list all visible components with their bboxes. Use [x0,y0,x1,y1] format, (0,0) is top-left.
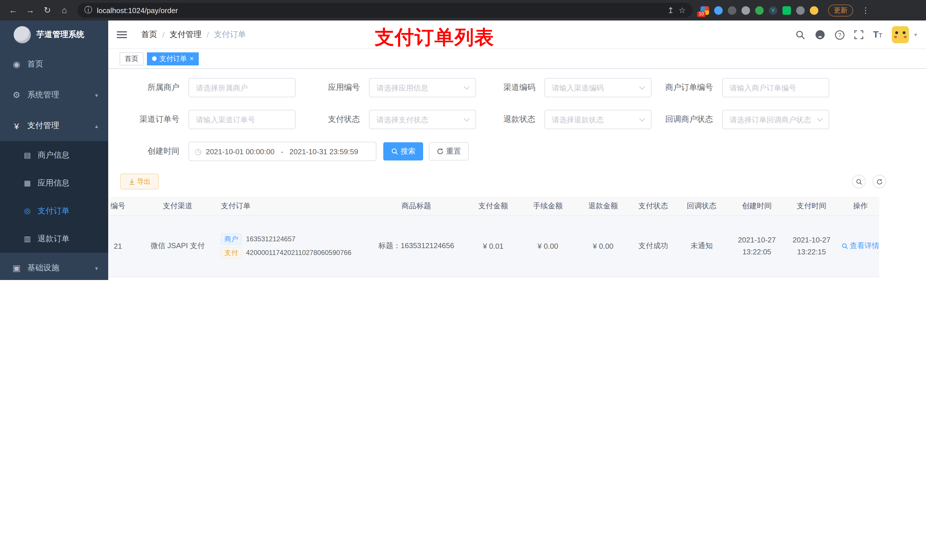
forward-icon[interactable]: → [23,3,38,18]
extension-dark-icon[interactable] [728,6,736,15]
browser-update-button[interactable]: 更新 [828,4,853,16]
filter-field: 渠道编码 [473,78,652,97]
sidebar: 芋道管理系统 ◉ 首页 ⚙ 系统管理 ▾ ¥ 支付管理 ▴ ▤ 商户信息 ▦ 应… [0,21,108,280]
home-icon[interactable]: ⌂ [57,3,72,18]
filter-input[interactable] [722,110,829,129]
avatar-caret-icon[interactable]: ▾ [914,32,917,38]
breadcrumb: 首页 / 支付管理 / 支付订单 [141,21,246,49]
cell-amount: ¥ 0.01 [461,276,525,280]
font-size-icon[interactable]: TT [873,30,882,40]
infrastructure-icon: ▣ [11,263,22,273]
cell-paid-time: 2021-10-27 13:19:15 [781,276,842,280]
breadcrumb-payment[interactable]: 支付管理 [170,30,201,40]
filter-label: 所属商户 [117,83,179,93]
user-avatar[interactable] [892,26,909,43]
profile-avatar-icon[interactable] [810,6,819,15]
order-table: 编号支付渠道支付订单商品标题支付金额手续金额退款金额支付状态回调状态创建时间支付… [108,197,926,280]
table-header-row: 编号支付渠道支付订单商品标题支付金额手续金额退款金额支付状态回调状态创建时间支付… [108,197,879,215]
filter-input[interactable] [369,110,476,129]
navbar-actions: ? TT ▾ [796,21,926,49]
tags-view-bar: 首页 支付订单 × [108,49,926,69]
cell-created-time: 2021-10-27 13:22:05 [732,215,781,276]
browser-menu-icon[interactable]: ⋮ [862,6,870,15]
cell-paid-time: 2021-10-27 13:22:15 [781,215,842,276]
filter-label: 渠道编码 [473,83,535,93]
tag-home[interactable]: 首页 [120,52,144,65]
filter-input[interactable] [545,110,652,129]
search-icon[interactable] [796,30,805,39]
reload-icon[interactable]: ↻ [40,3,54,18]
breadcrumb-home[interactable]: 首页 [141,30,157,40]
sidebar-item-infrastructure[interactable]: ▣ 基础设施 ▾ [0,253,108,280]
extension-badge: 10 [697,11,706,17]
wechat-devtools-icon[interactable] [782,6,791,15]
puzzle-icon[interactable] [796,6,805,15]
svg-text:?: ? [838,32,841,38]
sidebar-item-payment[interactable]: ¥ 支付管理 ▴ [0,110,108,141]
view-detail-link[interactable]: 查看详情 [842,241,879,251]
site-info-icon[interactable]: ⓘ [84,5,92,15]
close-icon[interactable]: × [190,55,194,62]
github-icon[interactable] [815,30,825,40]
payment-submenu: ▤ 商户信息 ▦ 应用信息 ◎ 支付订单 ▥ 退款订单 [0,141,108,253]
date-separator: - [278,147,286,155]
extension-grid-icon[interactable]: 10 [701,6,709,15]
sidebar-item-refund-order[interactable]: ▥ 退款订单 [0,225,108,253]
sidebar-item-home[interactable]: ◉ 首页 [0,49,108,80]
table-header-cell: 操作 [842,197,879,215]
bookmark-star-icon[interactable]: ☆ [679,6,686,15]
cell-id: 20 [108,276,144,280]
help-icon[interactable]: ? [835,30,844,39]
clock-icon: ◷ [195,147,201,156]
filter-input[interactable] [545,78,652,97]
toggle-search-button[interactable] [852,175,865,189]
export-button[interactable]: 导出 [120,174,159,190]
vue-devtools-icon[interactable]: V [769,6,777,15]
extension-green-icon[interactable] [755,6,764,15]
filter-label: 支付状态 [297,115,360,125]
filter-label: 商户订单编号 [639,83,713,93]
sidebar-item-system[interactable]: ⚙ 系统管理 ▾ [0,80,108,110]
dashboard-icon: ◉ [11,59,22,69]
cell-pay-order: 商户 1635312124657 支付 42000011742021102780… [212,215,371,276]
back-icon[interactable]: ← [6,3,21,18]
cell-amount: ¥ 0.01 [461,215,525,276]
active-dot [152,56,157,61]
tag-pay-order[interactable]: 支付订单 × [147,52,199,65]
filter-label: 应用编号 [297,83,360,93]
extension-drop-icon[interactable] [714,6,723,15]
sidebar-item-merchant-info[interactable]: ▤ 商户信息 [0,141,108,169]
cell-callback: 未通知 [671,215,732,276]
search-button[interactable]: 搜索 [383,142,423,160]
refresh-button[interactable] [873,175,886,189]
filter-input[interactable] [189,110,295,129]
filter-field: 支付状态 [297,110,476,129]
cell-pay-order: 商户 1635311949168 支付 42000011812021102777… [212,276,371,280]
cell-title: 标题：1635311949168 [371,276,461,280]
cell-fee: ¥ 0.00 [525,276,570,280]
sidebar-item-pay-order[interactable]: ◎ 支付订单 [0,197,108,225]
merchant-tag: 商户 [221,233,242,245]
filter-input[interactable] [722,78,829,97]
date-range-label: 创建时间 [117,146,179,157]
hamburger-icon[interactable] [117,30,127,40]
share-icon[interactable]: ↥ [667,6,674,15]
date-range-input[interactable]: ◷ 2021-10-01 00:00:00 - 2021-10-31 23:59… [189,142,377,161]
fullscreen-icon[interactable] [854,30,863,39]
channel-order-no: 4200001174202110278060590766 [246,249,351,257]
app-title: 芋道管理系统 [36,30,84,40]
table-header-cell: 手续金额 [525,197,570,215]
cell-created-time: 2021-10-27 13:19:09 [732,276,781,280]
table-row: 20 微信 JSAPI 支付 商户 1635311949168 支付 42000… [108,276,879,280]
sidebar-item-app-info[interactable]: ▦ 应用信息 [0,169,108,197]
filter-field: 商户订单编号 [639,78,829,97]
address-bar[interactable]: ⓘ localhost:1024/pay/order ↥ ☆ [77,3,693,18]
filter-input[interactable] [369,78,476,97]
filter-label: 退款状态 [473,115,535,125]
extension-gray-icon[interactable] [741,6,750,15]
page-annotation: 支付订单列表 [375,24,494,51]
chevron-up-icon: ▴ [95,123,98,129]
cell-channel: 微信 JSAPI 支付 [144,215,212,276]
filter-input[interactable] [189,78,295,97]
reset-button[interactable]: 重置 [429,142,469,160]
